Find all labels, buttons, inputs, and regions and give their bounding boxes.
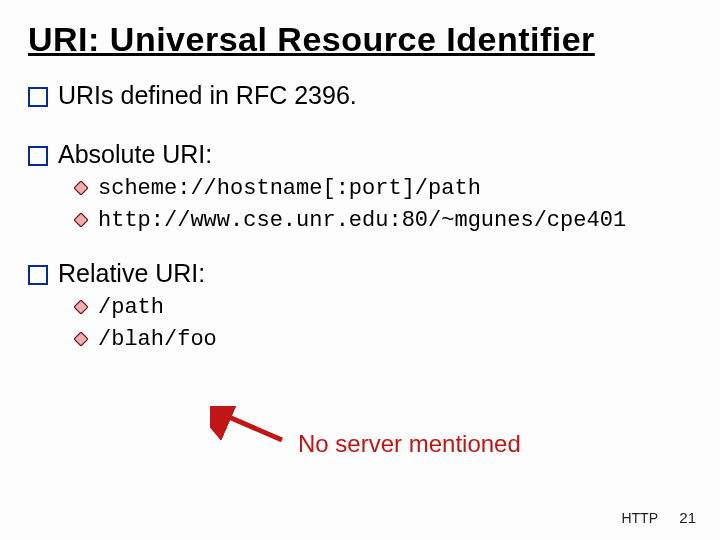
relative-sublist: /path /blah/foo bbox=[74, 292, 692, 356]
svg-marker-2 bbox=[74, 300, 88, 314]
footer-page-number: 21 bbox=[679, 509, 696, 526]
footer-topic: HTTP bbox=[621, 510, 658, 526]
bullet-absolute-text: Absolute URI: bbox=[58, 140, 212, 169]
svg-line-5 bbox=[222, 414, 282, 440]
bullet-rfc: URIs defined in RFC 2396. bbox=[28, 81, 692, 110]
sub-text: http://www.cse.unr.edu:80/~mgunes/cpe401 bbox=[98, 205, 626, 237]
list-item: http://www.cse.unr.edu:80/~mgunes/cpe401 bbox=[74, 205, 692, 237]
sub-text: scheme://hostname[:port]/path bbox=[98, 173, 481, 205]
square-bullet-icon bbox=[28, 146, 48, 166]
bullet-rfc-text: URIs defined in RFC 2396. bbox=[58, 81, 357, 110]
annotation-text: No server mentioned bbox=[298, 430, 521, 458]
svg-marker-1 bbox=[74, 213, 88, 227]
square-bullet-icon bbox=[28, 87, 48, 107]
arrow-icon bbox=[210, 406, 288, 450]
sub-text: /blah/foo bbox=[98, 324, 217, 356]
square-bullet-icon bbox=[28, 265, 48, 285]
diamond-bullet-icon bbox=[74, 213, 88, 227]
slide-title: URI: Universal Resource Identifier bbox=[28, 20, 692, 59]
sub-text: /path bbox=[98, 292, 164, 324]
bullet-relative: Relative URI: bbox=[28, 259, 692, 288]
list-item: /blah/foo bbox=[74, 324, 692, 356]
diamond-bullet-icon bbox=[74, 181, 88, 195]
svg-marker-0 bbox=[74, 181, 88, 195]
diamond-bullet-icon bbox=[74, 332, 88, 346]
svg-marker-3 bbox=[74, 332, 88, 346]
list-item: /path bbox=[74, 292, 692, 324]
slide: URI: Universal Resource Identifier URIs … bbox=[0, 0, 720, 540]
absolute-sublist: scheme://hostname[:port]/path http://www… bbox=[74, 173, 692, 237]
bullet-absolute: Absolute URI: bbox=[28, 140, 692, 169]
bullet-relative-text: Relative URI: bbox=[58, 259, 205, 288]
list-item: scheme://hostname[:port]/path bbox=[74, 173, 692, 205]
diamond-bullet-icon bbox=[74, 300, 88, 314]
